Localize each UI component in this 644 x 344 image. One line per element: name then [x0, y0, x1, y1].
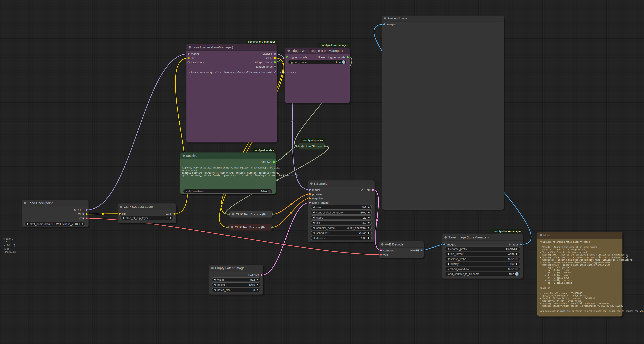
svg-text:T: 0.00s: T: 0.00s [4, 238, 13, 241]
svg-text:file_format: file_format [450, 252, 464, 256]
svg-text:Join Strings: Join Strings [305, 144, 322, 148]
svg-text:quality: quality [450, 262, 459, 266]
svg-text:- %model:10%_%seed% → dreamsha: - %model:10%_%seed% → dreamshape_1234567… [540, 297, 595, 300]
svg-text:images: images [509, 243, 518, 246]
svg-text:100: 100 [510, 262, 514, 266]
svg-text:1216: 1216 [249, 283, 255, 286]
svg-text:- dd - 2-digit day: - dd - 2-digit day [540, 274, 568, 276]
svg-text:V: 28: V: 28 [4, 247, 10, 250]
svg-text:comfyui-lora-manager: comfyui-lora-manager [321, 44, 348, 47]
svg-text:Available filename_prefix Patt: Available filename_prefix Pattern Codes [540, 241, 590, 243]
svg-text:clip: clip [191, 56, 195, 60]
svg-text:832: 832 [250, 278, 255, 281]
svg-text:KSampler: KSampler [314, 182, 328, 185]
svg-text:positive: positive [186, 154, 198, 158]
svg-text:strip_newlines: strip_newlines [186, 190, 204, 193]
svg-text:clip: clip [122, 212, 126, 216]
svg-text:LATENT: LATENT [248, 274, 259, 277]
svg-text:negative: negative [312, 197, 323, 200]
svg-text:width: width [217, 278, 224, 281]
svg-text:CLIP: CLIP [166, 212, 172, 216]
svg-text:ckpt_name: ckpt_name [30, 222, 44, 226]
svg-text:highres, very detailed, amazin: highres, very detailed, amazing quality,… [182, 167, 280, 169]
svg-text:sampler_name: sampler_name [316, 226, 335, 230]
svg-text:- gen_%width%x%height% → gen_5: - gen_%width%x%height% → gen_512x768 [540, 295, 586, 297]
svg-text:- MM - 2-digit month: - MM - 2-digit month [540, 272, 570, 274]
svg-text:latent_image: latent_image [312, 201, 328, 204]
svg-text:Note: Note [543, 233, 550, 237]
svg-text:comfyui-lora-manager: comfyui-lora-manager [494, 230, 521, 233]
svg-text:scheduler: scheduler [316, 232, 328, 234]
svg-text:false: false [261, 190, 267, 193]
svg-text:images: images [386, 23, 396, 26]
svg-text:lora_stack: lora_stack [191, 61, 204, 64]
svg-text:Preview Image: Preview Image [388, 17, 407, 20]
svg-text:- %nprompt:N% - Inserts the ne: - %nprompt:N% - Inserts the negative pro… [540, 256, 628, 259]
svg-text:batch_size: batch_size [217, 288, 230, 292]
svg-text:1.00: 1.00 [361, 236, 366, 240]
svg-text:- %date% - Inserts current dat: - %date% - Inserts current date/time as … [540, 262, 612, 264]
svg-text:control after generate: control after generate [316, 211, 343, 214]
svg-text:- %seed% - Inserts the generat: - %seed% - Inserts the generation seed n… [540, 246, 598, 248]
svg-text:I: 0: I: 0 [4, 241, 7, 244]
svg-text:digital painting \(artwork\),: digital painting \(artwork\), glitch art… [182, 172, 279, 174]
svg-text:positive: positive [312, 192, 322, 196]
svg-text:LATENT: LATENT [360, 188, 370, 192]
svg-text:STRING: STRING [261, 160, 272, 164]
svg-text:8.0: 8.0 [362, 221, 366, 224]
svg-text:- %width% - Inserts the image: - %width% - Inserts the image width [540, 249, 585, 251]
svg-text:- %model%_%date:yyMMdd%_%seed%: - %model%_%date:yyMMdd%_%seed% → dreamsh… [540, 305, 623, 307]
svg-text:- yy - 2-digit year: - yy - 2-digit year [540, 269, 569, 272]
svg-text:steps: steps [316, 216, 323, 219]
svg-text:add_counter_to_filename: add_counter_to_filename [448, 272, 480, 276]
svg-text:1girl, sui-feng, mature female: 1girl, sui-feng, mature female, upper bo… [182, 174, 300, 177]
svg-text:IMAGE: IMAGE [410, 249, 419, 252]
svg-text:lossless_webp: lossless_webp [448, 258, 466, 260]
svg-text:- %date:yyyy-MM-dd% → 2025-04-: - %date:yyyy-MM-dd% → 2025-04-28 [540, 300, 581, 302]
svg-text:false: false [508, 258, 514, 260]
svg-text:trigger_words: trigger_words [255, 61, 272, 64]
svg-text:MODEL: MODEL [262, 52, 273, 56]
svg-text:vae: vae [383, 253, 388, 256]
svg-text:20: 20 [363, 216, 366, 219]
svg-text:You can combine multiple patte: You can combine multiple patterns to cre… [540, 310, 644, 312]
svg-text:very aesthetic,: very aesthetic, [182, 169, 201, 172]
svg-text:true: true [336, 60, 341, 64]
svg-text:Lora Loader (LoraManager): Lora Loader (LoraManager) [192, 46, 233, 49]
svg-text:euler_ancestral: euler_ancestral [347, 226, 366, 230]
svg-text:ComfyUI: ComfyUI [506, 248, 517, 250]
svg-text:model: model [312, 188, 320, 192]
svg-text:MODEL: MODEL [74, 208, 84, 212]
svg-text:images: images [447, 243, 456, 246]
svg-text:409: 409 [362, 206, 366, 209]
svg-text:height: height [217, 283, 225, 286]
svg-text:CLIP Text Encode (Pr: CLIP Text Encode (Pr [236, 212, 266, 216]
svg-text:VAE: VAE [79, 217, 84, 220]
svg-text:CLIP Set Last Layer: CLIP Set Last Layer [124, 205, 153, 208]
svg-text:webp: webp [508, 252, 514, 256]
svg-text:CLIP: CLIP [78, 213, 84, 216]
svg-text:samples: samples [383, 249, 394, 252]
svg-text:comfyui-kjnodes: comfyui-kjnodes [254, 149, 274, 152]
svg-text:Load Checkpoint: Load Checkpoint [28, 201, 53, 205]
svg-text:denoise: denoise [316, 236, 326, 240]
svg-text:3: 3 [254, 288, 255, 292]
svg-text:- %pprompt:20%_%seed% → beauti: - %pprompt:20%_%seed% → beautiful landsc… [540, 302, 609, 305]
svg-text:model: model [191, 52, 199, 56]
svg-text:embed_workflow: embed_workflow [448, 268, 469, 271]
svg-text:- %pprompt:N% - Inserts the po: - %pprompt:N% - Inserts the positive pro… [540, 254, 628, 256]
svg-text:- image_%seed% → image_1234567: - image_%seed% → image_1234567890 [540, 292, 582, 294]
svg-text:<lora:CreateConcept_Illustriou: <lora:CreateConcept_Illustrious:0.8> <lo… [190, 72, 296, 74]
svg-text:trigger_words: trigger_words [290, 56, 307, 59]
svg-text:VAE Decode: VAE Decode [385, 242, 404, 246]
svg-text:comfyui-kjnodes: comfyui-kjnodes [303, 138, 323, 142]
svg-text:-2: -2 [166, 216, 168, 220]
svg-text:loaded_loras: loaded_loras [256, 65, 273, 68]
svg-text:- %date:FORMAT% - Inserts date: - %date:FORMAT% - Inserts date using cus… [540, 264, 612, 266]
svg-text:TriggerWord Toggle (LoraManage: TriggerWord Toggle (LoraManager) [291, 49, 343, 52]
svg-text:group_mode: group_mode [291, 60, 307, 64]
svg-text:filtered_trigger_words: filtered_trigger_words [318, 56, 345, 59]
svg-text:CLIP: CLIP [266, 56, 272, 60]
svg-text:karras: karras [358, 232, 366, 234]
svg-text:- %model:N% - Inserts the mode: - %model:N% - Inserts the model/checkpoi… [540, 259, 633, 261]
